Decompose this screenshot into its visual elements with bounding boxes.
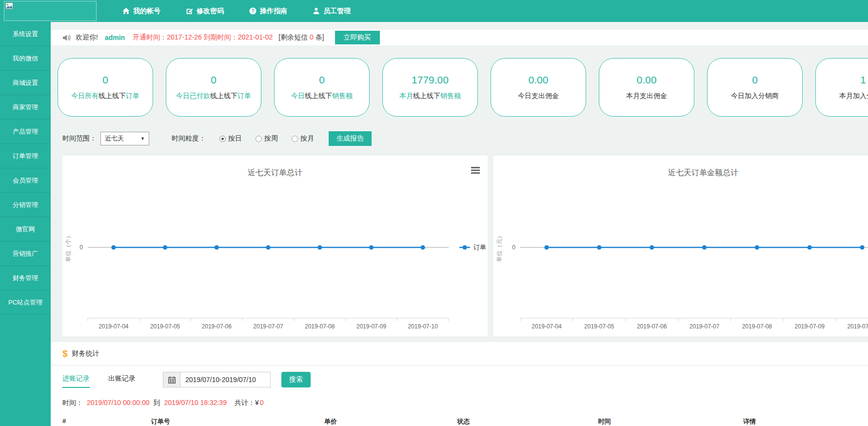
x-axis-tick: 2019-07-05	[150, 323, 180, 330]
data-point	[421, 245, 425, 250]
x-axis-tick: 2019-07-08	[742, 323, 772, 330]
logo	[4, 1, 97, 21]
stat-label-part: 今日	[291, 92, 305, 100]
y-axis-label: 单位（元）	[496, 233, 503, 262]
stat-label-part: 销售额	[440, 92, 461, 100]
date-range-input[interactable]	[180, 372, 271, 387]
granularity-radios: 按日按周按月	[206, 134, 314, 143]
radio-label: 按周	[264, 134, 278, 143]
x-axis-tick: 2019-07-06	[637, 323, 667, 330]
welcome-username: admin	[105, 34, 125, 41]
y-axis-label: 单位（个）	[65, 233, 72, 262]
stat-card-3: 1779.00本月线上线下销售额	[382, 58, 478, 117]
sidebar-item-2[interactable]: 商城设置	[0, 71, 51, 95]
nav-item-label: 我的帐号	[133, 7, 160, 16]
stat-card-4: 0.00今日支出佣金	[491, 58, 586, 117]
x-axis-tick: 2019-07-10	[847, 323, 868, 330]
stat-label-part: 线上线下	[305, 92, 332, 100]
calendar-addon[interactable]	[163, 372, 180, 387]
nav-item-1[interactable]: 修改密码	[173, 0, 237, 22]
stat-label-part: 销售额	[332, 92, 353, 100]
finance-section-header: $ 财务统计	[51, 342, 868, 365]
nav-item-label: 员工管理	[323, 7, 351, 16]
stat-value: 0	[319, 74, 325, 86]
data-point	[111, 245, 116, 250]
y-axis-tick: 0	[512, 244, 515, 251]
radio-icon	[256, 136, 262, 142]
welcome-greeting: 欢迎你!	[76, 33, 98, 42]
stat-card-6: 0今日加入分销商	[707, 58, 803, 117]
table-header-1: 订单号	[151, 417, 324, 426]
time-to: 2019/07/10 18:32:39	[164, 399, 226, 407]
sidebar-item-10[interactable]: 财务管理	[0, 266, 51, 290]
filter-row: 时间范围： 近七天 ▼ 时间粒度： 按日按周按月 生成报告	[51, 131, 868, 146]
data-point	[702, 245, 707, 250]
sidebar-item-6[interactable]: 会员管理	[0, 168, 51, 193]
radio-icon	[219, 136, 226, 142]
x-axis-tick: 2019-07-05	[584, 323, 614, 330]
sidebar-item-4[interactable]: 产品管理	[0, 120, 51, 144]
x-axis-tick: 2019-07-09	[795, 323, 825, 330]
granularity-radio-0[interactable]: 按日	[219, 134, 242, 143]
home-icon	[122, 7, 130, 15]
radio-icon	[292, 136, 298, 142]
sidebar-item-5[interactable]: 订单管理	[0, 144, 51, 168]
stat-label-part: 本月	[399, 92, 413, 100]
stat-value: 0	[102, 74, 108, 86]
stat-label-part: 本月支出佣金	[626, 92, 667, 100]
stat-value: 0.00	[637, 74, 657, 86]
x-axis-tick: 2019-07-06	[202, 323, 232, 330]
y-axis-tick: 0	[79, 244, 83, 251]
users-icon	[313, 7, 320, 15]
edit-icon	[186, 7, 193, 15]
sidebar-item-8[interactable]: 微官网	[0, 217, 51, 242]
sidebar-item-3[interactable]: 商家管理	[0, 95, 51, 120]
chart-title: 近七天订单总计	[62, 156, 488, 178]
hamburger-menu-icon[interactable]	[471, 166, 480, 174]
sidebar-item-11[interactable]: PC站点管理	[0, 290, 51, 315]
search-button[interactable]: 搜索	[281, 372, 311, 387]
x-axis-tick: 2019-07-04	[99, 323, 129, 330]
stat-label: 今日线上线下销售额	[291, 92, 353, 101]
sidebar: 系统设置我的微信商城设置商家管理产品管理订单管理会员管理分销管理微官网营销推广财…	[0, 22, 51, 426]
sidebar-item-1[interactable]: 我的微信	[0, 46, 51, 71]
granularity-label: 时间粒度：	[172, 134, 206, 143]
stat-value: 1779.00	[412, 74, 449, 86]
time-range-select[interactable]: 近七天 ▼	[100, 132, 149, 145]
charts-row: 近七天订单总计单位（个）02019-07-042019-07-052019-07…	[51, 156, 868, 336]
x-axis-tick: 2019-07-08	[305, 323, 335, 330]
tab-outgo-records[interactable]: 出账记录	[108, 374, 136, 388]
nav-item-0[interactable]: 我的帐号	[110, 0, 173, 22]
welcome-bar: 欢迎你! admin 开通时间：2017-12-26 到期时间：2021-01-…	[51, 30, 868, 45]
sidebar-item-9[interactable]: 营销推广	[0, 242, 51, 266]
generate-report-button[interactable]: 生成报告	[329, 131, 372, 146]
table-header-0: #	[62, 417, 151, 426]
question-icon: ?	[249, 7, 256, 15]
buy-now-button[interactable]: 立即购买	[335, 31, 380, 44]
granularity-radio-2[interactable]: 按月	[292, 134, 314, 143]
data-point	[755, 245, 759, 250]
chevron-down-icon: ▼	[140, 136, 145, 141]
legend[interactable]: 订单	[459, 243, 486, 251]
stat-label: 本月支出佣金	[626, 92, 667, 101]
sidebar-item-0[interactable]: 系统设置	[0, 22, 51, 46]
sidebar-item-7[interactable]: 分销管理	[0, 193, 51, 217]
data-point	[163, 245, 167, 250]
time-to-label: 到	[153, 399, 160, 407]
stat-label-part: 订单	[237, 92, 251, 100]
dollar-icon: $	[62, 348, 68, 359]
stat-card-5: 0.00本月支出佣金	[599, 58, 694, 117]
nav-item-3[interactable]: 员工管理	[300, 0, 363, 22]
nav-item-2[interactable]: ?操作指南	[237, 0, 300, 22]
tab-income-records[interactable]: 进账记录	[62, 374, 90, 388]
sms-suffix: 条]	[316, 33, 324, 41]
broken-image-icon	[5, 2, 13, 9]
table-header-5: 详情	[743, 417, 864, 426]
time-summary-row: 时间： 2019/07/10 00:00:00 到 2019/07/10 18:…	[51, 394, 868, 412]
svg-text:?: ?	[251, 8, 254, 14]
stat-cards-row: 0今日所有线上线下订单0今日已付款线上线下订单0今日线上线下销售额1779.00…	[51, 58, 868, 117]
sms-remaining: [剩余短信 0 条]	[278, 33, 324, 42]
stat-card-1: 0今日已付款线上线下订单	[166, 58, 261, 117]
granularity-radio-1[interactable]: 按周	[256, 134, 278, 143]
time-from: 2019/07/10 00:00:00	[87, 399, 149, 407]
